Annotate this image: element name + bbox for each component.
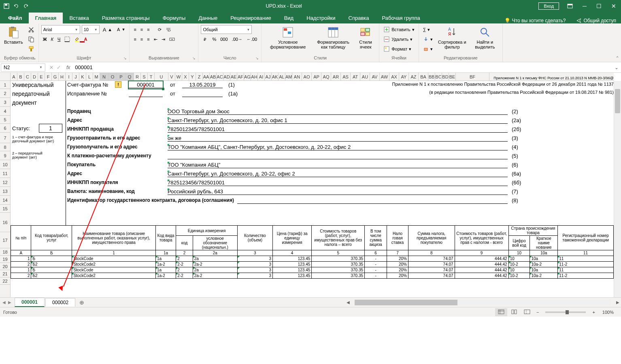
merge-center-icon[interactable]: a [168,35,177,44]
alignment-launcher[interactable]: ↘ [192,56,196,60]
percent-format-icon[interactable]: % [211,35,218,44]
minimize-button[interactable]: ─ [578,0,591,12]
tab-addins[interactable]: Надстройки [300,13,342,23]
hscroll-left-icon[interactable]: ◀ [345,300,351,305]
view-page-break-icon[interactable] [521,308,533,316]
align-right-icon[interactable]: ≡ [145,35,151,44]
tell-me-input[interactable]: 💡 Что вы хотите сделать? [504,18,566,23]
col-header-AD[interactable]: AD [223,73,230,80]
find-select-button[interactable]: Найти и выделить [470,25,500,50]
align-center-icon[interactable]: ≡ [139,35,145,44]
insert-cells-button[interactable]: Вставить ▾ [382,25,416,34]
fx-icon[interactable]: fx [64,65,72,70]
sheet-nav-prev-icon[interactable]: ◀ [2,300,6,305]
row-header-4[interactable]: 4 [0,107,10,116]
col-header-F[interactable]: F [45,73,52,80]
share-button[interactable]: Общий доступ [576,18,616,23]
formula-input[interactable] [72,63,612,71]
align-middle-icon[interactable]: ≡ [139,25,145,34]
row-header-10[interactable]: 10 [0,160,10,169]
horizontal-scrollbar[interactable] [355,300,611,305]
row-header-3[interactable]: 3 [0,98,10,107]
col-header-P[interactable]: P [117,73,125,80]
increase-indent-icon[interactable]: ⇥ [160,35,167,44]
row-header-13[interactable]: 13 [0,187,10,196]
collapse-ribbon-icon[interactable]: ⌃ [615,55,619,61]
tab-help[interactable]: Справка [342,13,376,23]
row-header-6[interactable]: 6 [0,124,10,133]
undo-icon[interactable] [13,3,19,9]
decrease-indent-icon[interactable]: ⇤ [152,35,159,44]
increase-decimal-icon[interactable]: .00→ [230,35,244,44]
cell-styles-button[interactable]: Стили ячеек [355,25,376,50]
number-format-combo[interactable]: Общий▼ [201,25,252,34]
decrease-font-icon[interactable]: A▼ [115,25,127,34]
col-header-AG[interactable]: AG [244,73,251,80]
row-header-11[interactable]: 11 [0,169,10,178]
col-header-AB[interactable]: AB [210,73,217,80]
col-header-S[interactable]: S [141,73,148,80]
align-top-icon[interactable]: ≡ [132,25,138,34]
col-header-B[interactable]: B [17,73,24,80]
row-header-18[interactable]: 18 [0,248,10,256]
select-all-corner[interactable] [0,73,11,81]
font-name-combo[interactable]: Arial▼ [41,25,80,34]
font-size-combo[interactable]: 10▼ [82,25,100,34]
col-header-AH[interactable]: AH [251,73,258,80]
add-sheet-button[interactable]: ⊕ [75,299,88,306]
col-header-T[interactable]: T [148,73,155,80]
cancel-formula-icon[interactable]: ✕ [49,65,53,70]
underline-button[interactable]: Ч [56,35,62,44]
col-header-AJ[interactable]: AJ [265,73,272,80]
col-header-AM[interactable]: AM [285,73,292,80]
autosum-button[interactable]: ∑ ▾ [421,25,434,34]
font-launcher[interactable]: ↘ [123,56,127,60]
conditional-formatting-button[interactable]: Условное форматирование [264,25,312,50]
format-cells-button[interactable]: Формат ▾ [382,44,416,53]
tab-layout[interactable]: Разметка страницы [96,13,156,23]
col-header-AE[interactable]: AE [230,73,237,80]
col-header-Y[interactable]: Y [189,73,196,80]
align-bottom-icon[interactable]: ≡ [145,25,151,34]
col-header-Q[interactable]: Q [125,73,134,80]
wrap-text-icon[interactable] [164,25,173,34]
tab-home[interactable]: Главная [29,13,63,23]
col-header-AN[interactable]: AN [292,73,302,80]
sheet-tab-1[interactable]: 000001 [15,298,45,307]
enter-formula-icon[interactable]: ✓ [57,65,61,70]
row-header-12[interactable]: 12 [0,178,10,187]
col-header-W[interactable]: W [175,73,182,80]
tab-review[interactable]: Рецензирование [224,13,277,23]
col-header-AL[interactable]: AL [279,73,285,80]
font-color-button[interactable]: A [82,35,89,44]
row-header-14[interactable]: 14 [0,196,10,205]
zoom-in-button[interactable]: + [590,310,597,315]
tab-view[interactable]: Вид [278,13,300,23]
comma-format-icon[interactable]: 000 [219,35,229,44]
fill-button[interactable]: ▾ [421,35,434,44]
sheet-body[interactable]: Универсальный передаточный документ Стат… [11,81,614,297]
col-header-C[interactable]: C [24,73,31,80]
vertical-scrollbar[interactable] [614,81,621,297]
row-header-19[interactable]: 19 [0,256,10,263]
view-normal-icon[interactable] [495,308,507,316]
clear-button[interactable]: ▾ [421,44,434,53]
save-icon[interactable] [3,3,10,9]
row-header-20[interactable]: 20 [0,263,10,270]
col-header-AA[interactable]: AA [203,73,210,80]
row-header-16[interactable]: 16 [0,213,10,232]
tab-team[interactable]: Рабочая группа [376,13,427,23]
row-header-22[interactable]: 22 [0,277,10,285]
col-header-AO[interactable]: AO [302,73,312,80]
tab-data[interactable]: Данные [192,13,224,23]
login-button[interactable]: Вход [538,2,559,10]
spreadsheet-grid[interactable]: ABCDEFGHIJKLMNOPQRSTUVWXYZAAABACADAEAFAG… [0,73,621,297]
format-painter-button[interactable] [26,44,36,53]
number-launcher[interactable]: ↘ [255,56,259,60]
col-header-U[interactable]: U [155,73,168,80]
col-header-AC[interactable]: AC [217,73,223,80]
tab-file[interactable]: Файл [2,13,29,23]
col-header-Z[interactable]: Z [196,73,203,80]
delete-cells-button[interactable]: Удалить ▾ [382,35,416,44]
orientation-icon[interactable]: ⟳ [156,25,163,34]
